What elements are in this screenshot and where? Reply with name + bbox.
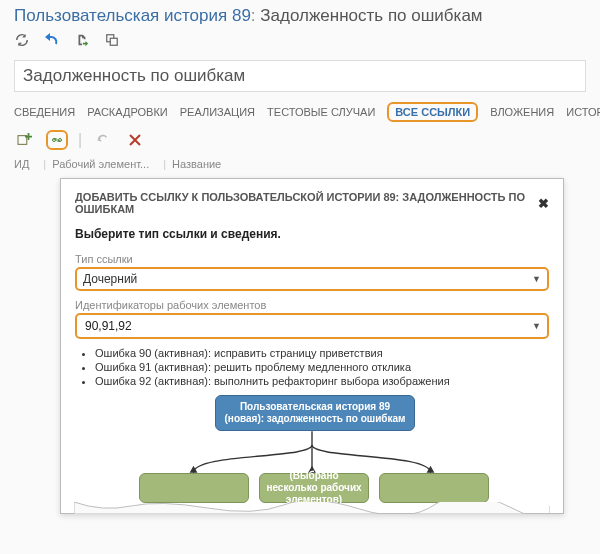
col-divider: | [43, 158, 46, 170]
header: Пользовательская история 89: Задолженнос… [0, 0, 600, 50]
page-title: Пользовательская история 89: Задолженнос… [14, 6, 586, 26]
link-existing-button[interactable] [46, 130, 68, 150]
copy-icon[interactable] [104, 32, 120, 48]
link-icon[interactable] [74, 32, 90, 48]
new-link-button[interactable] [14, 130, 36, 150]
col-name[interactable]: Название [172, 158, 229, 170]
delete-button[interactable] [124, 130, 146, 150]
chevron-down-icon: ▼ [532, 274, 541, 284]
svg-rect-1 [110, 38, 117, 45]
list-item: Ошибка 90 (активная): исправить страницу… [95, 347, 549, 359]
title-input[interactable]: Задолженность по ошибкам [14, 60, 586, 92]
dialog-subtitle: Выберите тип ссылки и сведения. [75, 223, 549, 249]
col-divider: | [163, 158, 166, 170]
refresh-icon[interactable] [14, 32, 30, 48]
resolved-items-list: Ошибка 90 (активная): исправить страницу… [95, 347, 549, 387]
add-link-dialog: ДОБАВИТЬ ССЫЛКУ К ПОЛЬЗОВАТЕЛЬСКОЙ ИСТОР… [60, 178, 564, 514]
ids-label: Идентификаторы рабочих элементов [75, 299, 549, 311]
ids-combo[interactable]: ▼ [75, 313, 549, 339]
title-sep: : [251, 6, 256, 25]
list-item: Ошибка 92 (активная): выполнить рефактор… [95, 375, 549, 387]
tabs: СВЕДЕНИЯ РАСКАДРОВКИ РЕАЛИЗАЦИЯ ТЕСТОВЫЕ… [0, 98, 600, 128]
diagram-child-selected: (Выбрано несколько рабочих элементов) [259, 473, 369, 503]
header-toolbar [14, 32, 586, 48]
link-type-value: Дочерний [83, 272, 137, 286]
work-item-link[interactable]: Пользовательская история 89 [14, 6, 251, 25]
tab-details[interactable]: СВЕДЕНИЯ [14, 106, 75, 118]
tab-attachments[interactable]: ВЛОЖЕНИЯ [490, 106, 554, 118]
link-diagram: Пользовательская история 89 (новая): зад… [75, 395, 549, 513]
diagram-parent-node: Пользовательская история 89 (новая): зад… [215, 395, 415, 431]
ids-input[interactable] [83, 318, 532, 334]
title-text: Задолженность по ошибкам [260, 6, 482, 25]
torn-edge [74, 502, 550, 514]
toolbar-divider: | [78, 131, 82, 149]
col-workitem[interactable]: Рабочий элемент... [52, 158, 157, 170]
tab-testcases[interactable]: ТЕСТОВЫЕ СЛУЧАИ [267, 106, 375, 118]
title-input-value: Задолженность по ошибкам [23, 66, 245, 85]
dialog-title-text: ДОБАВИТЬ ССЫЛКУ К ПОЛЬЗОВАТЕЛЬСКОЙ ИСТОР… [75, 191, 538, 215]
dialog-title-bar: ДОБАВИТЬ ССЫЛКУ К ПОЛЬЗОВАТЕЛЬСКОЙ ИСТОР… [75, 187, 549, 223]
link-type-combo[interactable]: Дочерний ▼ [75, 267, 549, 291]
tab-alllinks[interactable]: ВСЕ ССЫЛКИ [387, 102, 478, 122]
diagram-child-node [379, 473, 489, 503]
chevron-down-icon: ▼ [532, 321, 541, 331]
link-type-label: Тип ссылки [75, 253, 549, 265]
open-button[interactable] [92, 130, 114, 150]
diagram-child-node [139, 473, 249, 503]
tab-implementation[interactable]: РЕАЛИЗАЦИЯ [180, 106, 255, 118]
tab-storyboards[interactable]: РАСКАДРОВКИ [87, 106, 168, 118]
list-header: ИД | Рабочий элемент... | Название [0, 154, 600, 178]
col-id[interactable]: ИД [14, 158, 37, 170]
list-item: Ошибка 91 (активная): решить проблему ме… [95, 361, 549, 373]
links-toolbar: | [0, 128, 600, 154]
close-icon[interactable]: ✖ [538, 196, 549, 211]
undo-icon[interactable] [44, 32, 60, 48]
tab-history[interactable]: ИСТОРИЯ [566, 106, 600, 118]
